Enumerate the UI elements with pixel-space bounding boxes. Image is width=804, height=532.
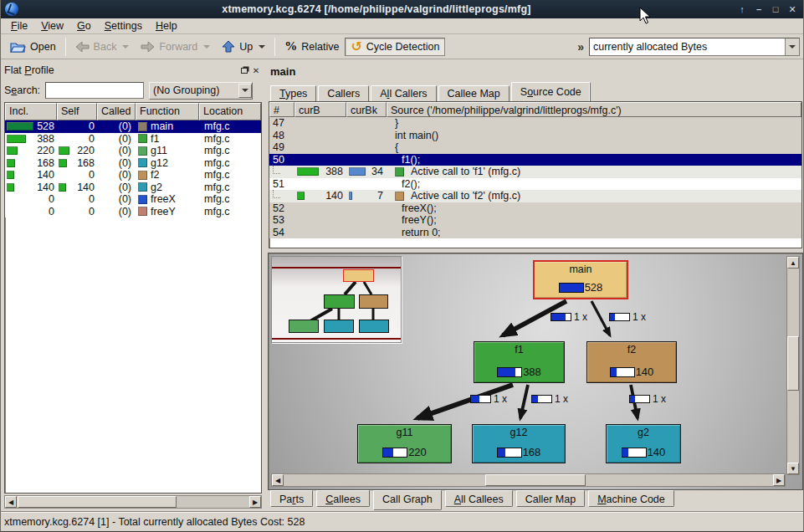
column-header-line[interactable]: # <box>269 102 294 117</box>
graph-node-f2[interactable]: f2 140 <box>586 341 677 383</box>
tab-call-graph[interactable]: Call Graph <box>373 490 442 510</box>
close-button[interactable]: ✕ <box>785 3 800 16</box>
event-type-select[interactable]: currently allocated Bytes <box>589 38 800 56</box>
relative-button[interactable]: % Relative <box>279 36 345 57</box>
tab-caller-map[interactable]: Caller Map <box>516 490 585 507</box>
edge-label-f2-g2[interactable]: 1 x <box>629 394 666 404</box>
search-input[interactable] <box>45 82 144 99</box>
scroll-left-button[interactable]: ◀ <box>5 496 17 508</box>
column-header-curb[interactable]: curB <box>294 102 346 117</box>
location-cell: mfg.c <box>199 206 261 217</box>
tab-parts[interactable]: Parts <box>270 490 313 507</box>
curb-cell <box>294 141 346 154</box>
source-row[interactable]: 54 return 0; <box>269 227 801 239</box>
graph-overview-minimap[interactable] <box>271 256 402 343</box>
column-header-location[interactable]: Location <box>199 103 261 120</box>
call-graph-panel[interactable]: main 528 f1 388 f2 140 g11 220 g12 168 g… <box>268 253 803 490</box>
event-type-dropdown-button[interactable] <box>785 38 799 55</box>
graph-node-g2[interactable]: g2 140 <box>606 424 681 463</box>
tab-callees[interactable]: Callees <box>316 490 370 507</box>
scrollbar-thumb[interactable] <box>787 336 799 391</box>
node-cost-bar <box>497 367 522 377</box>
up-button[interactable]: Up <box>216 37 271 56</box>
scroll-right-button[interactable]: ▶ <box>773 474 785 486</box>
menu-item-view[interactable]: View <box>34 19 70 33</box>
open-button[interactable]: Open <box>4 37 62 57</box>
grouping-dropdown-button[interactable] <box>238 84 252 98</box>
edge-label-main-f1[interactable]: 1 x <box>551 312 587 322</box>
column-header-curbk[interactable]: curBk <box>346 102 387 117</box>
scrollbar-thumb[interactable] <box>485 474 586 486</box>
source-row[interactable]: 52 freeX(); <box>269 202 801 215</box>
minimap-viewport-line-top <box>272 267 401 269</box>
graph-tabbar: Parts Callees Call Graph All Callees Cal… <box>270 490 802 510</box>
up-dropdown-arrow[interactable] <box>259 45 265 49</box>
flat-profile-horizontal-scrollbar[interactable]: ◀ ▶ <box>4 495 262 509</box>
function-row[interactable]: 168 168 (0) g12 mfg.c <box>5 157 261 170</box>
menu-item-file[interactable]: File <box>4 19 34 33</box>
maximize-button[interactable]: □ <box>768 3 783 16</box>
forward-dropdown-arrow[interactable] <box>203 45 210 49</box>
graph-node-f1[interactable]: f1 388 <box>474 341 565 383</box>
graph-node-main[interactable]: main 528 <box>533 260 628 299</box>
function-row[interactable]: 528 0 (0) main mfg.c <box>5 120 261 133</box>
source-row[interactable]: 49 { <box>269 141 801 154</box>
edge-label-f1-g12[interactable]: 1 x <box>531 394 568 404</box>
tab-all-callees[interactable]: All Callees <box>445 490 513 507</box>
back-button[interactable]: Back <box>69 38 136 56</box>
graph-horizontal-scrollbar[interactable]: ◀ ▶ <box>271 473 786 487</box>
function-row[interactable]: 388 0 (0) f1 mfg.c <box>5 133 261 146</box>
tab-types[interactable]: Types <box>270 85 316 101</box>
edge-label-f1-g11[interactable]: 1 x <box>470 394 507 404</box>
source-row[interactable]: 47 } <box>269 117 801 130</box>
edge-label-main-f2[interactable]: 1 x <box>609 312 646 322</box>
column-header-self[interactable]: Self <box>57 103 97 120</box>
source-row[interactable]: 388 34 Active call to 'f1' (mfg.c) <box>269 166 801 178</box>
cycle-detection-button[interactable]: ↺ Cycle Detection <box>345 38 445 56</box>
tab-source-code[interactable]: Source Code <box>511 82 591 101</box>
node-cost-bar <box>610 367 635 377</box>
called-cell: (0) <box>97 206 136 217</box>
column-header-function[interactable]: Function <box>136 103 199 120</box>
function-row[interactable]: 0 0 (0) freeY mfg.c <box>5 206 261 218</box>
shade-button[interactable]: ↑ <box>735 3 750 16</box>
tab-callee-map[interactable]: Callee Map <box>438 85 510 101</box>
dock-float-button[interactable] <box>238 65 250 76</box>
menu-item-settings[interactable]: Settings <box>98 19 149 33</box>
graph-vertical-scrollbar[interactable]: ▲ ▼ <box>786 256 800 475</box>
graph-node-g11[interactable]: g11 220 <box>357 424 452 463</box>
function-row[interactable]: 0 0 (0) freeX mfg.c <box>5 193 261 206</box>
column-header-incl[interactable]: Incl. <box>5 103 57 120</box>
menu-item-go[interactable]: Go <box>70 19 98 33</box>
function-row[interactable]: 140 140 (0) g2 mfg.c <box>5 182 261 194</box>
scroll-down-button[interactable]: ▼ <box>787 463 799 474</box>
toolbar-overflow-chevron[interactable]: » <box>572 40 589 54</box>
flat-profile-title: Flat Profile <box>4 64 238 76</box>
source-row[interactable]: 140 7 Active call to 'f2' (mfg.c) <box>269 190 801 202</box>
graph-node-g12[interactable]: g12 168 <box>472 424 566 463</box>
tab-callers[interactable]: Callers <box>318 85 369 101</box>
function-row[interactable]: 140 0 (0) f2 mfg.c <box>5 169 261 182</box>
scroll-up-button[interactable]: ▲ <box>787 257 799 269</box>
function-row[interactable]: 220 220 (0) g11 mfg.c <box>5 145 261 157</box>
scroll-right-button[interactable]: ▶ <box>249 496 261 508</box>
back-dropdown-arrow[interactable] <box>122 45 129 49</box>
menu-item-help[interactable]: Help <box>149 19 184 33</box>
scroll-left-button[interactable]: ◀ <box>272 474 284 486</box>
grouping-select[interactable]: (No Grouping) <box>149 82 253 100</box>
minimize-button[interactable]: – <box>751 3 766 16</box>
dock-close-button[interactable]: ✕ <box>250 65 262 76</box>
open-folder-icon <box>10 40 26 54</box>
window-titlebar[interactable]: xtmemory.kcg.6274 [/home/philippe/valgri… <box>1 0 804 18</box>
tab-machine-code[interactable]: Machine Code <box>588 490 674 507</box>
column-header-called[interactable]: Called <box>97 103 136 120</box>
column-header-source[interactable]: Source ('/home/philippe/valgrind/littlep… <box>387 102 801 117</box>
source-row[interactable]: 48 int main() <box>269 130 801 142</box>
source-row[interactable]: 51 f2(); <box>269 178 801 191</box>
self-cell: 0 <box>57 133 97 145</box>
forward-button[interactable]: Forward <box>135 38 216 56</box>
source-row[interactable]: 53 freeY(); <box>269 214 801 227</box>
tab-all-callers[interactable]: All Callers <box>371 85 436 101</box>
source-row[interactable]: 50 f1(); <box>269 154 801 166</box>
scrollbar-thumb[interactable] <box>18 496 177 508</box>
